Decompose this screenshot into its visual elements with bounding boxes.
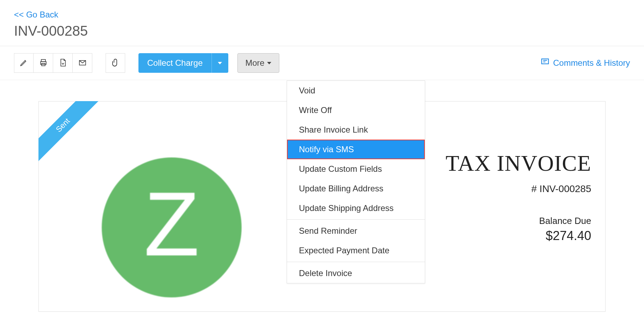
dropdown-divider	[287, 262, 425, 262]
comments-label: Comments & History	[553, 58, 630, 68]
dropdown-item-write-off[interactable]: Write Off	[287, 100, 425, 120]
paperclip-icon	[111, 58, 120, 68]
toolbar-icon-group	[14, 53, 92, 73]
dropdown-item-send-reminder[interactable]: Send Reminder	[287, 221, 425, 241]
collect-charge-split: Collect Charge	[138, 53, 228, 73]
logo-letter: Z	[144, 172, 200, 276]
status-badge: Sent	[38, 101, 101, 163]
dropdown-item-notify-sms[interactable]: Notify via SMS	[287, 140, 425, 159]
balance-due-amount: $274.40	[446, 228, 591, 243]
collect-charge-caret[interactable]	[212, 53, 228, 73]
more-dropdown: Void Write Off Share Invoice Link Notify…	[287, 80, 425, 283]
printer-icon	[39, 58, 48, 68]
page-root: << Go Back INV-000285	[0, 0, 644, 312]
go-back-link[interactable]: << Go Back	[14, 10, 58, 20]
more-button[interactable]: More	[237, 53, 280, 73]
header: << Go Back INV-000285	[0, 0, 644, 46]
balance-due-label: Balance Due	[446, 216, 591, 226]
comment-icon	[541, 57, 550, 69]
dropdown-divider	[287, 219, 425, 220]
caret-down-icon	[218, 62, 222, 64]
comments-history-link[interactable]: Comments & History	[541, 57, 630, 69]
collect-charge-button[interactable]: Collect Charge	[138, 53, 212, 73]
pdf-icon	[59, 58, 67, 68]
print-button[interactable]	[34, 53, 53, 73]
invoice-title: TAX INVOICE	[446, 150, 591, 176]
dropdown-item-update-shipping[interactable]: Update Shipping Address	[287, 198, 425, 218]
invoice-summary: TAX INVOICE # INV-000285 Balance Due $27…	[446, 150, 591, 243]
company-logo: Z	[102, 157, 242, 297]
caret-down-icon	[267, 62, 271, 64]
svg-rect-0	[41, 59, 45, 62]
more-label: More	[245, 58, 265, 68]
page-title: INV-000285	[14, 23, 630, 39]
pdf-button[interactable]	[53, 53, 73, 73]
pencil-icon	[20, 58, 28, 68]
dropdown-item-expected-payment-date[interactable]: Expected Payment Date	[287, 241, 425, 260]
dropdown-item-void[interactable]: Void	[287, 81, 425, 100]
toolbar: Collect Charge More Comments & History	[0, 46, 644, 80]
svg-rect-4	[542, 59, 549, 64]
status-ribbon: Sent	[38, 101, 101, 164]
dropdown-item-share-link[interactable]: Share Invoice Link	[287, 120, 425, 140]
dropdown-item-update-billing[interactable]: Update Billing Address	[287, 179, 425, 198]
envelope-icon	[78, 58, 87, 68]
email-button[interactable]	[73, 53, 92, 73]
edit-button[interactable]	[14, 53, 34, 73]
dropdown-item-delete-invoice[interactable]: Delete Invoice	[287, 263, 425, 283]
attach-button[interactable]	[106, 53, 125, 73]
invoice-number-label: # INV-000285	[446, 183, 591, 195]
dropdown-item-update-custom-fields[interactable]: Update Custom Fields	[287, 159, 425, 179]
